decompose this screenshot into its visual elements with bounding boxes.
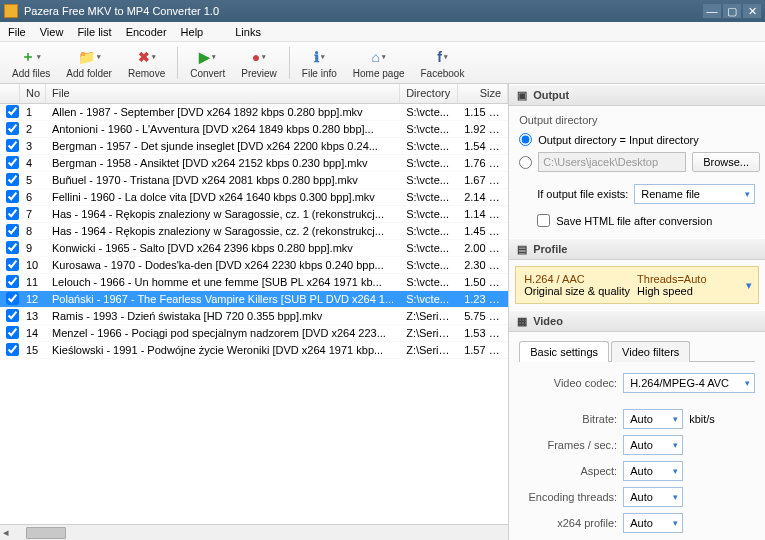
convert-icon: ▶▾ — [198, 47, 218, 67]
profile-header[interactable]: ▤Profile — [509, 238, 765, 260]
add-files-icon: ＋▾ — [21, 47, 41, 67]
row-checkbox[interactable] — [6, 241, 19, 254]
settings-panel: ▣Output Output directory Output director… — [509, 84, 765, 540]
table-row[interactable]: 2Antonioni - 1960 - L'Avventura [DVD x26… — [0, 121, 508, 138]
file-exists-select[interactable]: Rename file — [634, 184, 755, 204]
add-folder-icon: 📁▾ — [79, 47, 99, 67]
toolbar: ＋▾Add files📁▾Add folder✖▾Remove▶▾Convert… — [0, 42, 765, 84]
row-checkbox[interactable] — [6, 275, 19, 288]
home-page-button[interactable]: ⌂▾Home page — [347, 45, 411, 81]
table-row[interactable]: 7Has - 1964 - Rękopis znaleziony w Sarag… — [0, 206, 508, 223]
minimize-button[interactable]: — — [703, 4, 721, 18]
menu-view[interactable]: View — [40, 26, 64, 38]
col-file[interactable]: File — [46, 84, 400, 103]
facebook-icon: f▾ — [432, 47, 452, 67]
output-eq-input-radio[interactable] — [519, 133, 532, 146]
file-info-icon: ℹ▾ — [309, 47, 329, 67]
table-row[interactable]: 15Kieślowski - 1991 - Podwójne życie Wer… — [0, 342, 508, 359]
output-header[interactable]: ▣Output — [509, 84, 765, 106]
video-icon: ▦ — [517, 315, 527, 328]
row-checkbox[interactable] — [6, 156, 19, 169]
tab-basic-settings[interactable]: Basic settings — [519, 341, 609, 362]
file-info-button[interactable]: ℹ▾File info — [296, 45, 343, 81]
col-no[interactable]: No — [20, 84, 46, 103]
tab-video-filters[interactable]: Video filters — [611, 341, 690, 362]
video-codec-select[interactable]: H.264/MPEG-4 AVC — [623, 373, 755, 393]
row-checkbox[interactable] — [6, 173, 19, 186]
row-checkbox[interactable] — [6, 326, 19, 339]
output-dir-label: Output directory — [519, 114, 755, 126]
title-bar: Pazera Free MKV to MP4 Converter 1.0 — ▢… — [0, 0, 765, 22]
menu-filelist[interactable]: File list — [77, 26, 111, 38]
close-button[interactable]: ✕ — [743, 4, 761, 18]
save-html-checkbox[interactable] — [537, 214, 550, 227]
horizontal-scrollbar[interactable]: ◂ — [0, 524, 508, 540]
video-header[interactable]: ▦Video — [509, 310, 765, 332]
menu-links[interactable]: Links — [235, 26, 261, 38]
x264-profile-select[interactable]: Auto — [623, 513, 683, 533]
output-custom-radio[interactable] — [519, 156, 532, 169]
menu-help[interactable]: Help — [181, 26, 204, 38]
add-files-button[interactable]: ＋▾Add files — [6, 45, 56, 81]
table-row[interactable]: 4Bergman - 1958 - Ansiktet [DVD x264 215… — [0, 155, 508, 172]
col-size[interactable]: Size — [458, 84, 508, 103]
output-icon: ▣ — [517, 89, 527, 102]
table-row[interactable]: 5Buñuel - 1970 - Tristana [DVD x264 2081… — [0, 172, 508, 189]
table-row[interactable]: 10Kurosawa - 1970 - Dodes'ka-den [DVD x2… — [0, 257, 508, 274]
row-checkbox[interactable] — [6, 309, 19, 322]
convert-button[interactable]: ▶▾Convert — [184, 45, 231, 81]
table-row[interactable]: 12Polański - 1967 - The Fearless Vampire… — [0, 291, 508, 308]
preview-icon: ●▾ — [249, 47, 269, 67]
add-folder-button[interactable]: 📁▾Add folder — [60, 45, 118, 81]
app-title: Pazera Free MKV to MP4 Converter 1.0 — [24, 5, 219, 17]
file-list-panel: No File Directory Size 1Allen - 1987 - S… — [0, 84, 509, 540]
table-row[interactable]: 9Konwicki - 1965 - Salto [DVD x264 2396 … — [0, 240, 508, 257]
fps-select[interactable]: Auto — [623, 435, 683, 455]
row-checkbox[interactable] — [6, 139, 19, 152]
table-row[interactable]: 8Has - 1964 - Rękopis znaleziony w Sarag… — [0, 223, 508, 240]
table-row[interactable]: 14Menzel - 1966 - Pociągi pod specjalnym… — [0, 325, 508, 342]
menu-file[interactable]: File — [8, 26, 26, 38]
bitrate-select[interactable]: Auto — [623, 409, 683, 429]
encoding-threads-select[interactable]: Auto — [623, 487, 683, 507]
facebook-button[interactable]: f▾Facebook — [415, 45, 471, 81]
menu-bar: File View File list Encoder Help Links — [0, 22, 765, 42]
row-checkbox[interactable] — [6, 207, 19, 220]
col-dir[interactable]: Directory — [400, 84, 458, 103]
table-row[interactable]: 13Ramis - 1993 - Dzień świstaka [HD 720 … — [0, 308, 508, 325]
app-icon — [4, 4, 18, 18]
profile-icon: ▤ — [517, 243, 527, 256]
profile-select[interactable]: H.264 / AACOriginal size & quality Threa… — [515, 266, 759, 304]
aspect-select[interactable]: Auto — [623, 461, 683, 481]
row-checkbox[interactable] — [6, 292, 19, 305]
row-checkbox[interactable] — [6, 105, 19, 118]
list-body[interactable]: 1Allen - 1987 - September [DVD x264 1892… — [0, 104, 508, 524]
row-checkbox[interactable] — [6, 224, 19, 237]
remove-icon: ✖▾ — [137, 47, 157, 67]
table-row[interactable]: 6Fellini - 1960 - La dolce vita [DVD x26… — [0, 189, 508, 206]
row-checkbox[interactable] — [6, 343, 19, 356]
row-checkbox[interactable] — [6, 190, 19, 203]
list-header: No File Directory Size — [0, 84, 508, 104]
table-row[interactable]: 3Bergman - 1957 - Det sjunde inseglet [D… — [0, 138, 508, 155]
output-path-input[interactable] — [538, 152, 686, 172]
home-page-icon: ⌂▾ — [369, 47, 389, 67]
table-row[interactable]: 1Allen - 1987 - September [DVD x264 1892… — [0, 104, 508, 121]
browse-button[interactable]: Browse... — [692, 152, 760, 172]
preview-button[interactable]: ●▾Preview — [235, 45, 283, 81]
maximize-button[interactable]: ▢ — [723, 4, 741, 18]
row-checkbox[interactable] — [6, 258, 19, 271]
remove-button[interactable]: ✖▾Remove — [122, 45, 171, 81]
menu-encoder[interactable]: Encoder — [126, 26, 167, 38]
row-checkbox[interactable] — [6, 122, 19, 135]
table-row[interactable]: 11Lelouch - 1966 - Un homme et une femme… — [0, 274, 508, 291]
